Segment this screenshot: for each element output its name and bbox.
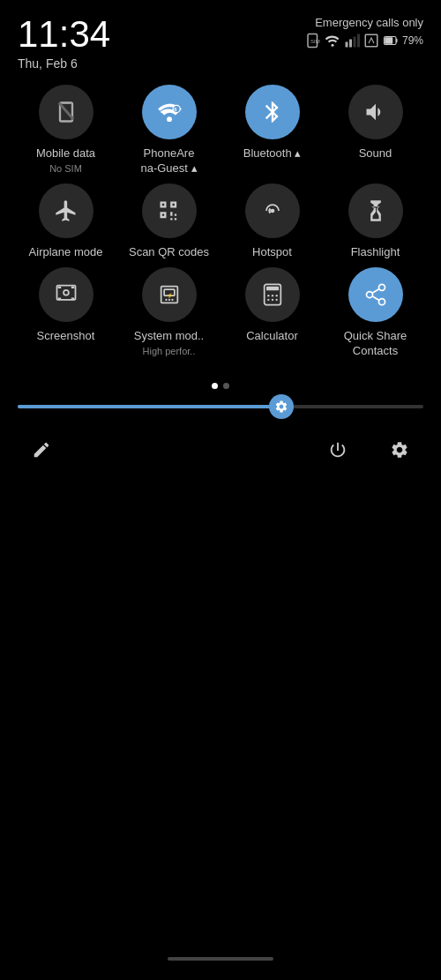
edit-button[interactable]	[25, 433, 58, 472]
svg-rect-20	[57, 297, 61, 299]
svg-line-40	[372, 288, 379, 293]
svg-rect-21	[71, 297, 74, 299]
svg-point-31	[271, 295, 273, 296]
tile-sound[interactable]: Sound	[329, 85, 422, 176]
qs-row-3: Screenshot ⚡ System mod.. High perfor..	[14, 267, 427, 359]
quick-settings: Mobile data No SIM 6 PhoneArena-Guest ▴	[0, 76, 441, 374]
battery-percent: 79%	[402, 34, 423, 47]
scanqr-icon-circle	[142, 183, 197, 238]
power-button[interactable]	[321, 433, 355, 472]
tile-airplane[interactable]: Airplane mode	[19, 183, 112, 260]
brightness-track[interactable]	[18, 405, 423, 408]
tile-scanqr[interactable]: Scan QR codes	[123, 183, 215, 260]
svg-point-32	[275, 295, 277, 296]
sound-icon	[363, 100, 388, 124]
settings-icon	[390, 440, 409, 460]
calculator-icon	[260, 282, 285, 307]
status-time: 11:34	[18, 16, 110, 53]
hotspot-label: Hotspot	[252, 245, 292, 260]
edit-icon	[32, 440, 51, 460]
tile-mobile-data[interactable]: Mobile data No SIM	[19, 85, 112, 176]
sim-icon: SIM	[305, 33, 321, 49]
qs-row-2: Airplane mode Scan QR codes	[14, 183, 427, 260]
screenshot-icon-circle	[39, 267, 93, 322]
tile-systemmod[interactable]: ⚡ System mod.. High perfor..	[123, 267, 215, 359]
mobile-data-sublabel: No SIM	[49, 163, 82, 175]
status-date: Thu, Feb 6	[18, 56, 110, 71]
svg-rect-19	[71, 286, 74, 288]
signal-icon	[344, 33, 360, 49]
svg-point-38	[378, 298, 385, 304]
tile-flashlight[interactable]: Flashlight	[329, 183, 422, 260]
svg-point-2	[331, 44, 333, 47]
flashlight-label: Flashlight	[351, 245, 400, 260]
dot-2	[223, 383, 229, 389]
battery-icon	[383, 33, 399, 49]
calculator-icon-circle	[245, 267, 300, 322]
tile-wifi[interactable]: 6 PhoneArena-Guest ▴	[123, 85, 215, 176]
sound-icon-circle	[348, 85, 403, 139]
scanqr-label: Scan QR codes	[129, 245, 209, 260]
svg-point-17	[64, 289, 69, 295]
brightness-gear-icon	[274, 400, 288, 414]
svg-point-30	[267, 295, 269, 296]
mobile-data-icon-circle	[39, 85, 93, 139]
sound-label: Sound	[359, 146, 392, 161]
bluetooth-icon	[260, 100, 285, 124]
calculator-label: Calculator	[246, 329, 298, 344]
hotspot-icon-circle	[245, 183, 300, 238]
dot-1	[212, 383, 218, 389]
flashlight-icon-circle	[348, 183, 403, 238]
screenshot-icon	[54, 282, 78, 307]
tile-bluetooth[interactable]: Bluetooth ▴	[226, 85, 318, 176]
brightness-row	[18, 405, 423, 408]
svg-rect-4	[349, 40, 352, 48]
power-icon	[328, 440, 348, 460]
tile-hotspot[interactable]: Hotspot	[226, 183, 318, 260]
settings-button[interactable]	[383, 433, 416, 472]
page-dots	[0, 383, 441, 389]
brightness-container	[0, 405, 441, 408]
mobile-data-label: Mobile data	[36, 146, 95, 161]
status-icons: SIM	[305, 33, 423, 49]
svg-rect-3	[345, 42, 348, 48]
svg-text:⚡: ⚡	[166, 292, 173, 299]
systemmod-sublabel: High perfor..	[143, 346, 196, 357]
qr-icon	[157, 198, 182, 223]
wifi-icon-circle: 6	[142, 85, 197, 139]
svg-rect-9	[396, 39, 398, 43]
tile-screenshot[interactable]: Screenshot	[19, 267, 112, 359]
quickshare-icon-circle	[348, 267, 403, 322]
svg-text:SIM: SIM	[310, 39, 320, 44]
svg-point-36	[378, 284, 385, 290]
systemmod-icon-circle: ⚡	[142, 267, 197, 322]
svg-point-15	[270, 208, 274, 213]
svg-point-26	[171, 298, 173, 300]
svg-point-34	[271, 298, 273, 300]
quickshare-icon	[363, 282, 388, 307]
nfc-icon	[363, 33, 379, 49]
wifi-label: PhoneArena-Guest ▴	[140, 146, 197, 176]
svg-line-11	[58, 103, 72, 120]
airplane-label: Airplane mode	[29, 245, 103, 260]
tile-quickshare[interactable]: Quick Share Contacts	[329, 267, 422, 359]
bluetooth-icon-circle	[245, 85, 300, 139]
sysmod-icon: ⚡	[157, 282, 182, 307]
quickshare-label: Quick Share Contacts	[329, 329, 422, 359]
flashlight-icon	[363, 198, 388, 223]
tile-calculator[interactable]: Calculator	[226, 267, 318, 359]
svg-point-35	[275, 298, 277, 300]
svg-point-33	[267, 298, 269, 300]
svg-point-37	[366, 291, 372, 297]
bottom-toolbar	[0, 426, 441, 479]
svg-rect-18	[57, 286, 61, 288]
bluetooth-label: Bluetooth ▴	[243, 146, 302, 161]
brightness-thumb[interactable]	[269, 394, 294, 419]
hotspot-icon	[260, 198, 285, 223]
status-emergency: Emergency calls only	[315, 16, 423, 29]
svg-line-39	[372, 295, 379, 300]
brightness-fill	[18, 405, 281, 408]
status-right: Emergency calls only SIM	[305, 16, 423, 49]
wifi-status-icon	[325, 33, 340, 49]
systemmod-label: System mod..	[134, 329, 204, 344]
